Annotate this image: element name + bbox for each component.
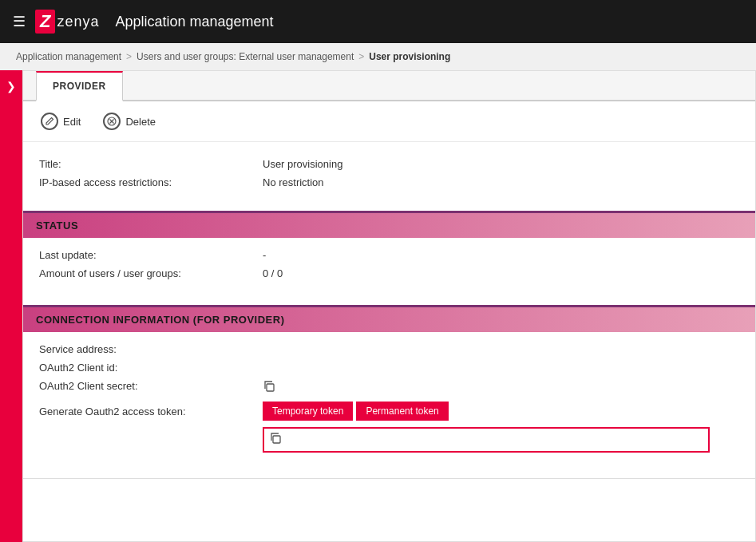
topbar: ☰ Z zenya Application management (0, 0, 756, 43)
main-layout: ❯ PROVIDER Edit (0, 70, 756, 542)
breadcrumb-item-2[interactable]: Users and user groups: External user man… (137, 51, 354, 62)
token-buttons: Temporary token Permanent token (263, 402, 449, 421)
breadcrumb-sep-2: > (358, 51, 364, 62)
page-title: Application management (116, 14, 274, 30)
side-panel: ❯ (0, 70, 22, 542)
breadcrumb: Application management > Users and user … (0, 43, 756, 70)
edit-label: Edit (63, 116, 81, 128)
status-header: STATUS (23, 211, 755, 238)
connection-section: CONNECTION INFORMATION (FOR PROVIDER) Se… (23, 305, 755, 470)
oauth2-client-secret-row: OAuth2 Client secret: (39, 380, 739, 395)
ip-row: IP-based access restrictions: No restric… (39, 176, 739, 188)
oauth2-client-id-label: OAuth2 Client id: (39, 362, 263, 374)
edit-icon (41, 113, 58, 130)
logo-z: Z (35, 10, 55, 34)
token-input-row (263, 427, 710, 453)
temporary-token-button[interactable]: Temporary token (263, 402, 353, 421)
delete-icon (103, 113, 121, 130)
logo: Z zenya (35, 10, 100, 34)
service-address-row: Service address: (39, 343, 739, 355)
title-row: Title: User provisioning (39, 158, 739, 170)
bottom-divider (23, 478, 755, 479)
connection-header: CONNECTION INFORMATION (FOR PROVIDER) (23, 305, 755, 332)
copy-secret-icon[interactable] (263, 380, 275, 395)
last-update-value: - (263, 249, 266, 261)
service-address-label: Service address: (39, 343, 263, 355)
connection-body: Service address: OAuth2 Client id: OAuth… (23, 332, 755, 470)
svg-rect-3 (267, 384, 274, 391)
delete-label: Delete (125, 116, 156, 128)
content-area: PROVIDER Edit D (22, 70, 756, 542)
delete-button[interactable]: Delete (98, 109, 160, 133)
status-section: STATUS Last update: - Amount of users / … (23, 211, 755, 297)
oauth2-client-secret-label: OAuth2 Client secret: (39, 380, 263, 392)
breadcrumb-sep-1: > (126, 51, 132, 62)
title-label: Title: (39, 158, 263, 170)
svg-rect-4 (273, 436, 280, 443)
status-body: Last update: - Amount of users / user gr… (23, 238, 755, 297)
permanent-token-button[interactable]: Permanent token (356, 402, 448, 421)
last-update-row: Last update: - (39, 249, 739, 261)
title-value: User provisioning (263, 158, 342, 170)
menu-icon[interactable]: ☰ (13, 14, 26, 29)
ip-value: No restriction (263, 176, 324, 188)
generate-token-label: Generate Oauth2 access token: (39, 406, 263, 417)
ip-label: IP-based access restrictions: (39, 176, 263, 188)
copy-token-button[interactable] (269, 432, 282, 448)
token-input-field[interactable] (287, 434, 703, 446)
toolbar: Edit Delete (23, 101, 755, 142)
oauth2-client-id-row: OAuth2 Client id: (39, 362, 739, 374)
amount-row: Amount of users / user groups: 0 / 0 (39, 267, 739, 279)
breadcrumb-item-1[interactable]: Application management (16, 51, 121, 62)
side-arrow-button[interactable]: ❯ (6, 80, 16, 93)
provider-fields: Title: User provisioning IP-based access… (23, 142, 755, 203)
tab-bar: PROVIDER (23, 71, 755, 101)
generate-token-row: Generate Oauth2 access token: Temporary … (39, 402, 739, 421)
amount-value: 0 / 0 (263, 267, 283, 279)
edit-button[interactable]: Edit (36, 109, 85, 133)
logo-text: zenya (57, 14, 99, 30)
breadcrumb-item-3: User provisioning (369, 51, 450, 62)
tab-provider[interactable]: PROVIDER (36, 71, 123, 101)
last-update-label: Last update: (39, 249, 263, 261)
amount-label: Amount of users / user groups: (39, 267, 263, 279)
